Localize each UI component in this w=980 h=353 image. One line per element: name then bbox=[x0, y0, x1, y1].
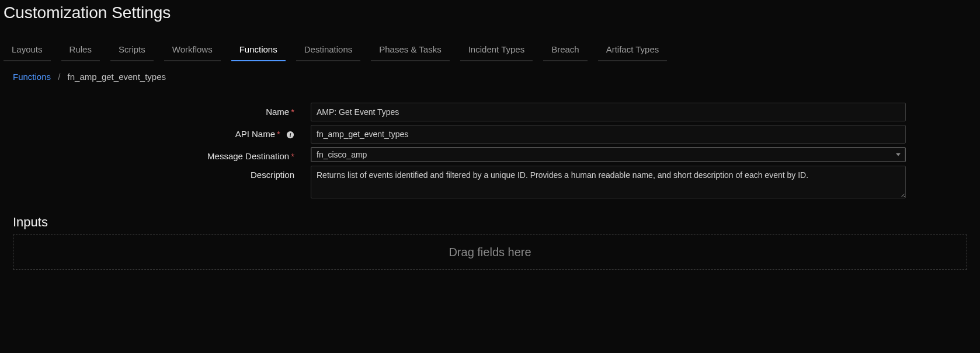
tab-functions[interactable]: Functions bbox=[231, 39, 286, 61]
tab-scripts[interactable]: Scripts bbox=[110, 39, 154, 61]
inputs-heading: Inputs bbox=[0, 204, 980, 235]
description-textarea[interactable] bbox=[311, 166, 906, 198]
breadcrumb-root-link[interactable]: Functions bbox=[13, 72, 51, 82]
tab-phases-tasks[interactable]: Phases & Tasks bbox=[371, 39, 449, 61]
description-label: Description bbox=[13, 166, 311, 180]
svg-text:i: i bbox=[290, 132, 291, 138]
info-icon[interactable]: i bbox=[286, 131, 294, 139]
page-title: Customization Settings bbox=[0, 0, 980, 39]
tab-workflows[interactable]: Workflows bbox=[164, 39, 221, 61]
tab-destinations[interactable]: Destinations bbox=[296, 39, 361, 61]
drop-zone-placeholder: Drag fields here bbox=[449, 246, 531, 259]
tab-breach[interactable]: Breach bbox=[543, 39, 588, 61]
tab-layouts[interactable]: Layouts bbox=[4, 39, 51, 61]
api-name-label: API Name* i bbox=[13, 125, 311, 139]
tab-bar: Layouts Rules Scripts Workflows Function… bbox=[0, 39, 980, 61]
function-form: Name* API Name* i Message Destination* f… bbox=[0, 92, 980, 201]
api-name-input[interactable] bbox=[311, 125, 906, 144]
inputs-drop-zone[interactable]: Drag fields here bbox=[13, 235, 967, 270]
message-destination-select[interactable]: fn_cisco_amp bbox=[311, 147, 906, 162]
chevron-down-icon bbox=[896, 153, 901, 156]
name-input[interactable] bbox=[311, 103, 906, 121]
message-destination-label: Message Destination* bbox=[13, 147, 311, 161]
tab-incident-types[interactable]: Incident Types bbox=[460, 39, 533, 61]
breadcrumb-separator: / bbox=[58, 72, 60, 82]
breadcrumb: Functions / fn_amp_get_event_types bbox=[0, 61, 980, 92]
breadcrumb-current: fn_amp_get_event_types bbox=[68, 72, 166, 82]
tab-rules[interactable]: Rules bbox=[61, 39, 100, 61]
message-destination-value: fn_cisco_amp bbox=[317, 150, 367, 159]
tab-artifact-types[interactable]: Artifact Types bbox=[598, 39, 668, 61]
name-label: Name* bbox=[13, 103, 311, 117]
